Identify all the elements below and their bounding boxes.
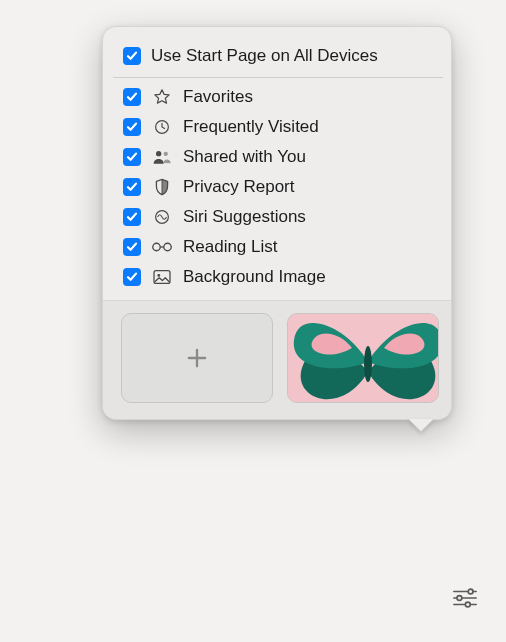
- checkmark-icon: [126, 211, 138, 223]
- option-background-image[interactable]: Background Image: [121, 262, 439, 292]
- svg-point-1: [156, 151, 161, 156]
- checkmark-icon: [126, 91, 138, 103]
- option-label: Favorites: [183, 87, 437, 107]
- svg-point-13: [468, 589, 473, 594]
- svg-point-7: [157, 274, 160, 277]
- image-icon: [151, 269, 173, 285]
- option-shared-with-you[interactable]: Shared with You: [121, 142, 439, 172]
- svg-point-9: [364, 346, 372, 382]
- background-thumbnails: [103, 300, 451, 419]
- option-reading-list[interactable]: Reading List: [121, 232, 439, 262]
- option-label: Privacy Report: [183, 177, 437, 197]
- svg-point-5: [164, 243, 171, 250]
- people-icon: [151, 148, 173, 166]
- svg-point-4: [153, 243, 160, 250]
- svg-point-2: [164, 152, 168, 156]
- siri-icon: [151, 208, 173, 226]
- option-privacy-report[interactable]: Privacy Report: [121, 172, 439, 202]
- option-label: Background Image: [183, 267, 437, 287]
- plus-icon: [183, 344, 211, 372]
- checkbox-icon[interactable]: [123, 148, 141, 166]
- star-icon: [151, 88, 173, 106]
- option-label: Siri Suggestions: [183, 207, 437, 227]
- checkbox-icon[interactable]: [123, 88, 141, 106]
- clock-icon: [151, 118, 173, 136]
- add-background-tile[interactable]: [121, 313, 273, 403]
- option-label: Reading List: [183, 237, 437, 257]
- checkbox-icon[interactable]: [123, 118, 141, 136]
- start-page-settings-popover: Use Start Page on All Devices Favorites …: [102, 26, 452, 420]
- checkmark-icon: [126, 151, 138, 163]
- background-tile-butterfly[interactable]: [287, 313, 439, 403]
- option-label: Use Start Page on All Devices: [151, 46, 437, 66]
- option-label: Frequently Visited: [183, 117, 437, 137]
- checkmark-icon: [126, 181, 138, 193]
- svg-rect-6: [154, 271, 170, 284]
- customize-start-page-button[interactable]: [446, 582, 484, 614]
- option-label: Shared with You: [183, 147, 437, 167]
- separator: [113, 77, 443, 78]
- checkbox-icon[interactable]: [123, 47, 141, 65]
- option-use-on-all-devices[interactable]: Use Start Page on All Devices: [121, 41, 439, 71]
- popover-arrow: [409, 419, 433, 431]
- checkmark-icon: [126, 121, 138, 133]
- option-favorites[interactable]: Favorites: [121, 82, 439, 112]
- checkbox-icon[interactable]: [123, 208, 141, 226]
- svg-point-15: [465, 602, 470, 607]
- checkmark-icon: [126, 50, 138, 62]
- checkbox-icon[interactable]: [123, 178, 141, 196]
- svg-point-14: [457, 596, 462, 601]
- sliders-icon: [452, 587, 478, 609]
- checkbox-icon[interactable]: [123, 268, 141, 286]
- checkmark-icon: [126, 271, 138, 283]
- glasses-icon: [151, 240, 173, 254]
- option-frequently-visited[interactable]: Frequently Visited: [121, 112, 439, 142]
- shield-icon: [151, 178, 173, 196]
- checkmark-icon: [126, 241, 138, 253]
- checkbox-icon[interactable]: [123, 238, 141, 256]
- option-siri-suggestions[interactable]: Siri Suggestions: [121, 202, 439, 232]
